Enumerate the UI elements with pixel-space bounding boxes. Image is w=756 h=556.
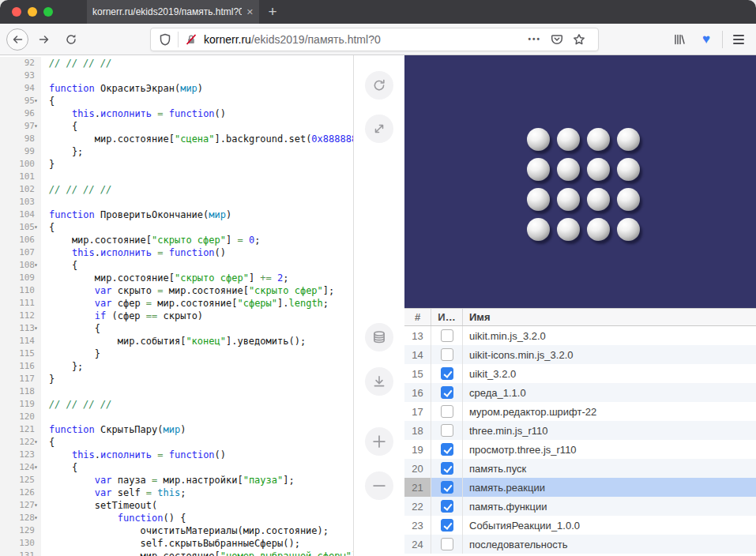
code-line: 106 мир.состояние["скрыто сфер"] = 0; [0,234,353,246]
line-gutter: 95▾ [0,95,41,107]
url-bar[interactable]: kornerr.ru/ekids2019/память.html?0 ••• [150,28,599,51]
code-text: }; [41,145,83,158]
line-number: 120 [19,411,35,422]
fold-arrow-icon[interactable]: ▾ [34,436,43,449]
sphere[interactable] [527,218,550,241]
refresh-button[interactable] [365,71,393,100]
line-gutter: 107 [0,246,41,259]
sphere[interactable] [617,218,640,241]
database-button[interactable] [365,323,393,351]
sphere[interactable] [617,128,640,151]
table-row[interactable]: 15 uikit_3.2.0 [404,364,756,383]
table-row[interactable]: 22 память.функции [404,497,756,516]
table-row[interactable]: 20 память.пуск [404,459,756,478]
row-checkbox[interactable] [441,538,453,550]
sphere[interactable] [557,158,580,181]
tracking-shield-icon[interactable] [159,33,171,46]
table-row[interactable]: 16 среда_1.1.0 [404,383,756,402]
menu-button[interactable] [728,28,750,51]
line-gutter: 128▾ [0,512,41,524]
code-line: 120 [0,411,353,423]
reload-button[interactable] [60,28,82,51]
row-checkbox[interactable] [441,424,453,437]
row-checkbox[interactable] [441,462,453,475]
row-checkbox[interactable] [441,443,453,456]
fold-arrow-icon[interactable]: ▾ [34,259,43,272]
remove-button[interactable] [365,471,393,500]
sphere[interactable] [587,188,610,211]
url-text[interactable]: kornerr.ru/ekids2019/память.html?0 [204,33,523,46]
code-text: var пауза = мир.настройки["пауза"]; [41,474,295,486]
sphere[interactable] [587,128,610,151]
fold-arrow-icon[interactable]: ▾ [34,461,43,474]
sphere[interactable] [557,218,580,241]
table-row[interactable]: 23 СобытияРеакции_1.0.0 [404,516,756,535]
code-text: мир.состояние["номер выбранной сферы"] [41,550,354,556]
table-row[interactable]: 19 просмотр.three.js_r110 [404,440,756,459]
minimize-window-button[interactable] [28,7,37,17]
row-checkbox[interactable] [441,329,453,342]
code-text: this.исполнить = function() [41,107,226,120]
page-actions-icon[interactable]: ••• [523,35,546,43]
sphere[interactable] [617,158,640,181]
download-button[interactable] [365,367,393,396]
sphere[interactable] [557,188,580,211]
line-gutter: 127▾ [0,499,41,512]
close-window-button[interactable] [12,7,21,17]
line-number: 97 [24,121,35,131]
code-line: 126 var self = this; [0,486,353,499]
row-checkbox[interactable] [441,519,453,532]
forward-button[interactable] [33,28,55,51]
table-row[interactable]: 24 последовательность [404,535,756,554]
sphere[interactable] [557,128,580,151]
add-button[interactable] [365,427,393,456]
fold-arrow-icon[interactable]: ▾ [34,120,43,133]
line-number: 94 [24,83,35,93]
table-row[interactable]: 17 муром.редактор.шрифт-22 [404,402,756,421]
insecure-lock-icon[interactable] [185,33,197,46]
sphere[interactable] [587,218,610,241]
code-editor[interactable]: 92 // // // // 93 94 function ОкраситьЭк… [0,55,354,556]
table-row[interactable]: 13 uikit.min.js_3.2.0 [404,326,756,345]
sphere[interactable] [527,158,550,181]
sphere[interactable] [587,158,610,181]
library-button[interactable] [668,28,690,51]
line-number: 108 [19,260,35,270]
browser-tab[interactable]: kornerr.ru/ekids2019/память.html?0 ✕ [87,0,259,24]
extension-button[interactable]: ♥ [695,28,717,51]
row-name: память.функции [463,497,756,516]
table-row[interactable]: 21 память.реакции [404,478,756,497]
line-gutter: 117 [0,373,41,385]
3d-viewport[interactable] [404,55,756,308]
line-number: 106 [19,235,35,245]
bookmark-star-button[interactable] [568,33,590,46]
zoom-window-button[interactable] [43,7,53,17]
back-button[interactable] [6,28,28,51]
library-icon [673,33,686,46]
fold-arrow-icon[interactable]: ▾ [34,512,43,524]
row-name: uikit_3.2.0 [463,364,756,383]
fold-arrow-icon[interactable]: ▾ [34,322,43,335]
tab-close-icon[interactable]: ✕ [242,7,254,17]
table-row[interactable]: 14 uikit-icons.min.js_3.2.0 [404,345,756,364]
fullscreen-button[interactable] [365,115,393,143]
sphere[interactable] [617,188,640,211]
row-checkbox[interactable] [441,386,453,399]
fold-arrow-icon[interactable]: ▾ [34,221,43,234]
sphere[interactable] [527,128,550,151]
row-checkbox[interactable] [441,348,453,361]
code-line: 125 var пауза = мир.настройки["пауза"]; [0,474,353,486]
code-text: // // // // [41,183,111,196]
sphere[interactable] [527,188,550,211]
table-row[interactable]: 18 three.min.js_r110 [404,421,756,440]
row-checkbox[interactable] [441,405,453,418]
row-checkbox[interactable] [441,367,453,380]
line-number: 96 [24,108,35,118]
fold-arrow-icon[interactable]: ▾ [34,499,43,512]
line-gutter: 112 [0,310,41,322]
row-checkbox[interactable] [441,481,453,494]
fold-arrow-icon[interactable]: ▾ [34,95,43,107]
new-tab-button[interactable]: + [259,0,286,24]
pocket-button[interactable] [546,33,568,46]
row-checkbox[interactable] [441,500,453,513]
